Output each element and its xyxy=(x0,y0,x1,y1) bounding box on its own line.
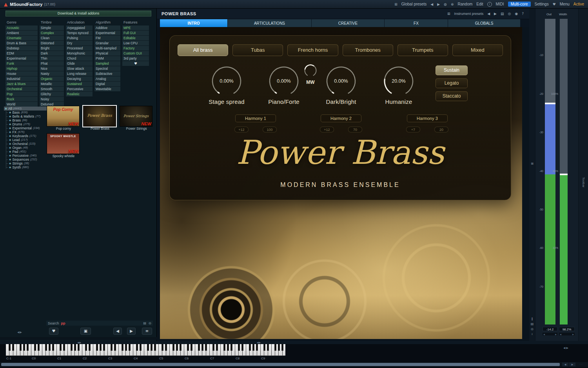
black-key[interactable] xyxy=(147,344,149,351)
menu-button[interactable]: Menu xyxy=(560,2,570,6)
black-key[interactable] xyxy=(122,344,123,351)
onscreen-keyboard-icon[interactable]: ▤ xyxy=(143,321,146,325)
black-key[interactable] xyxy=(263,344,265,351)
harmony-button[interactable]: Harmony 1 xyxy=(235,114,276,122)
black-key[interactable] xyxy=(230,344,232,351)
tag-filter[interactable]: Orchestral xyxy=(5,87,38,91)
tag-filter[interactable]: Multi-sampled xyxy=(94,46,120,51)
black-key[interactable] xyxy=(191,344,192,351)
tree-item[interactable]: ◈ Experimental (194) xyxy=(4,126,47,130)
black-key[interactable] xyxy=(9,344,11,351)
presets-grid-icon[interactable]: ⊞ xyxy=(447,12,450,16)
black-key[interactable] xyxy=(111,344,113,351)
knob[interactable]: 0.00% xyxy=(325,65,357,97)
black-key[interactable] xyxy=(74,344,76,351)
black-key[interactable] xyxy=(49,344,51,351)
tag-filter[interactable]: Acoustic xyxy=(5,25,38,30)
articulation-button[interactable]: Legato xyxy=(436,78,468,88)
black-key[interactable] xyxy=(201,344,203,351)
black-key[interactable] xyxy=(12,344,14,351)
tag-filter[interactable]: Jazz & blues xyxy=(5,82,38,86)
multicore-button[interactable]: Multi-core xyxy=(508,2,531,7)
tag-filter[interactable]: Ambient xyxy=(5,31,38,35)
black-key[interactable] xyxy=(85,344,87,351)
tag-filter[interactable]: FM xyxy=(94,36,120,40)
tag-filter[interactable]: Phat xyxy=(40,61,64,66)
preset-thumbnail[interactable]: SPOOKY WHISTLE NEW Spooky whistle xyxy=(47,133,80,158)
tree-item[interactable]: ◈ Organ (48) xyxy=(4,146,47,150)
tree-item[interactable]: ◈ Lead (217) xyxy=(4,138,47,142)
preset-prev-icon[interactable]: ◀ xyxy=(430,2,433,6)
add-icon[interactable]: ⊕ xyxy=(451,2,454,6)
tag-filter[interactable]: Bright xyxy=(40,46,64,51)
tag-filter[interactable]: Custom GUI xyxy=(122,51,149,56)
prev-icon[interactable]: ◀ xyxy=(487,12,490,16)
tag-filter[interactable]: Complex xyxy=(40,31,64,35)
instrument-tab[interactable]: FX xyxy=(385,19,448,27)
tag-filter[interactable]: EDM xyxy=(5,51,38,56)
favorite-icon[interactable]: ♥ xyxy=(553,2,556,6)
global-presets-icon[interactable]: ⊞ xyxy=(394,2,397,6)
preset-thumbnail[interactable]: Power Strings NEW Power Strings xyxy=(120,106,153,131)
black-key[interactable] xyxy=(140,344,142,351)
tag-filter[interactable]: Dry xyxy=(66,41,93,45)
black-key[interactable] xyxy=(238,344,240,351)
harmony-level-value[interactable]: 100 xyxy=(263,127,277,132)
harmony-interval-value[interactable]: +12 xyxy=(234,127,249,132)
keyboard-range-buttons[interactable]: ◀▶ xyxy=(563,346,569,350)
preset-artwork[interactable]: Power Strings NEW xyxy=(120,106,152,127)
black-key[interactable] xyxy=(223,344,225,351)
black-key[interactable] xyxy=(71,344,73,351)
edit-button[interactable]: Edit xyxy=(476,2,483,6)
tag-filter[interactable]: Full GUI xyxy=(122,31,149,35)
favorites-button[interactable]: ♥ xyxy=(49,328,58,335)
black-key[interactable] xyxy=(256,344,258,351)
tag-filter[interactable]: Wavetable xyxy=(94,87,120,91)
scroll-left-button[interactable]: ◀ xyxy=(562,363,568,366)
help-icon[interactable]: ? xyxy=(522,12,524,16)
black-key[interactable] xyxy=(34,344,36,351)
next-icon[interactable]: ▶ xyxy=(494,12,497,16)
black-key[interactable] xyxy=(60,344,62,351)
active-indicator[interactable]: Active xyxy=(573,2,584,6)
knob[interactable]: 0.00% xyxy=(268,65,300,97)
tag-filter[interactable]: Editable xyxy=(122,36,149,40)
tag-filter[interactable]: Pulsing xyxy=(66,36,93,40)
tag-filter[interactable]: Percussive xyxy=(66,87,93,91)
tag-filter[interactable]: Long release xyxy=(66,71,93,76)
keyboard-scrollbar[interactable]: ◀ ▶ ∙∙∙ xyxy=(0,362,588,367)
keyboard-octave[interactable] xyxy=(108,344,133,356)
tag-filter[interactable]: ♥ xyxy=(122,61,149,66)
preset-artwork[interactable]: Power Brass xyxy=(83,106,116,127)
tag-filter[interactable]: Rock xyxy=(5,97,38,102)
black-key[interactable] xyxy=(96,344,98,351)
harmony-interval-value[interactable]: +7 xyxy=(406,127,420,132)
tree-item[interactable]: ◈ Orchestral (115) xyxy=(4,142,47,146)
tag-filter[interactable]: Additive xyxy=(94,25,120,30)
tag-filter[interactable]: Organic xyxy=(40,76,64,81)
tag-filter[interactable]: Cinematic xyxy=(5,36,38,40)
harmony-interval-value[interactable]: +12 xyxy=(320,127,334,132)
tag-filter[interactable]: Glide xyxy=(66,61,93,66)
tag-filter[interactable]: Decaying xyxy=(66,76,93,81)
keyboard-octave[interactable] xyxy=(159,344,184,356)
tag-filter[interactable]: Hiphop xyxy=(5,66,38,71)
tag-filter[interactable]: Simple xyxy=(40,25,64,30)
tree-item[interactable]: ◈ Bells & Mallets (77) xyxy=(4,114,47,118)
knob[interactable]: 20.0% xyxy=(383,65,415,97)
black-key[interactable] xyxy=(252,344,254,351)
mod-wheel-knob[interactable] xyxy=(303,63,318,78)
black-key[interactable] xyxy=(45,344,47,351)
random-button[interactable]: Random xyxy=(457,2,472,6)
black-key[interactable] xyxy=(20,344,22,351)
black-key[interactable] xyxy=(180,344,181,351)
keyboard-octave[interactable] xyxy=(210,344,235,356)
tag-filter[interactable]: Nasty xyxy=(40,71,64,76)
tag-filter[interactable]: Sustained xyxy=(66,82,93,86)
tag-filter[interactable]: Experimental xyxy=(5,56,38,61)
black-key[interactable] xyxy=(165,344,167,351)
tag-filter[interactable]: Industrial xyxy=(5,76,38,81)
black-key[interactable] xyxy=(27,344,29,351)
tag-filter[interactable]: Nice xyxy=(40,66,64,71)
instrument-tab[interactable]: CREATIVE xyxy=(312,19,385,27)
